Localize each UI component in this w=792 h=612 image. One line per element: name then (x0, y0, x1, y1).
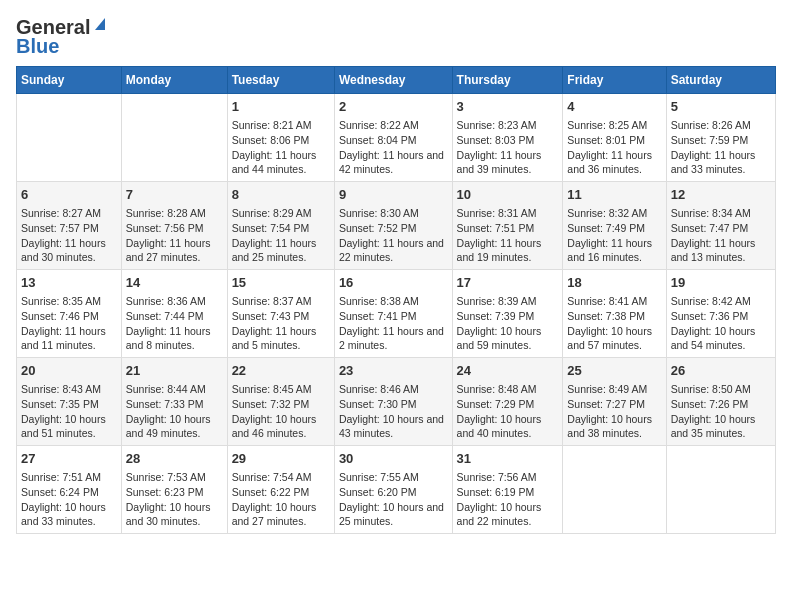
weekday-wednesday: Wednesday (334, 67, 452, 94)
weekday-sunday: Sunday (17, 67, 122, 94)
day-info: Sunrise: 8:38 AM Sunset: 7:41 PM Dayligh… (339, 294, 448, 353)
calendar-cell: 7Sunrise: 8:28 AM Sunset: 7:56 PM Daylig… (121, 182, 227, 270)
svg-marker-0 (95, 18, 105, 30)
calendar-cell: 19Sunrise: 8:42 AM Sunset: 7:36 PM Dayli… (666, 270, 775, 358)
day-number: 22 (232, 362, 330, 380)
day-info: Sunrise: 8:23 AM Sunset: 8:03 PM Dayligh… (457, 118, 559, 177)
weekday-friday: Friday (563, 67, 666, 94)
calendar-cell: 8Sunrise: 8:29 AM Sunset: 7:54 PM Daylig… (227, 182, 334, 270)
weekday-saturday: Saturday (666, 67, 775, 94)
logo-icon (91, 16, 109, 34)
day-info: Sunrise: 8:34 AM Sunset: 7:47 PM Dayligh… (671, 206, 771, 265)
day-number: 7 (126, 186, 223, 204)
calendar-cell: 3Sunrise: 8:23 AM Sunset: 8:03 PM Daylig… (452, 94, 563, 182)
calendar-cell (666, 446, 775, 534)
calendar-cell: 13Sunrise: 8:35 AM Sunset: 7:46 PM Dayli… (17, 270, 122, 358)
day-number: 10 (457, 186, 559, 204)
day-info: Sunrise: 8:28 AM Sunset: 7:56 PM Dayligh… (126, 206, 223, 265)
day-info: Sunrise: 7:55 AM Sunset: 6:20 PM Dayligh… (339, 470, 448, 529)
day-number: 12 (671, 186, 771, 204)
day-number: 16 (339, 274, 448, 292)
calendar-cell: 17Sunrise: 8:39 AM Sunset: 7:39 PM Dayli… (452, 270, 563, 358)
logo-blue: Blue (16, 35, 59, 58)
calendar-cell: 20Sunrise: 8:43 AM Sunset: 7:35 PM Dayli… (17, 358, 122, 446)
calendar-cell (563, 446, 666, 534)
calendar-cell: 2Sunrise: 8:22 AM Sunset: 8:04 PM Daylig… (334, 94, 452, 182)
calendar-week-1: 1Sunrise: 8:21 AM Sunset: 8:06 PM Daylig… (17, 94, 776, 182)
day-number: 20 (21, 362, 117, 380)
calendar-cell: 24Sunrise: 8:48 AM Sunset: 7:29 PM Dayli… (452, 358, 563, 446)
day-info: Sunrise: 8:30 AM Sunset: 7:52 PM Dayligh… (339, 206, 448, 265)
calendar-cell: 30Sunrise: 7:55 AM Sunset: 6:20 PM Dayli… (334, 446, 452, 534)
weekday-tuesday: Tuesday (227, 67, 334, 94)
calendar-cell: 1Sunrise: 8:21 AM Sunset: 8:06 PM Daylig… (227, 94, 334, 182)
day-number: 14 (126, 274, 223, 292)
day-number: 29 (232, 450, 330, 468)
calendar-week-3: 13Sunrise: 8:35 AM Sunset: 7:46 PM Dayli… (17, 270, 776, 358)
day-info: Sunrise: 8:36 AM Sunset: 7:44 PM Dayligh… (126, 294, 223, 353)
day-info: Sunrise: 8:43 AM Sunset: 7:35 PM Dayligh… (21, 382, 117, 441)
day-number: 2 (339, 98, 448, 116)
day-info: Sunrise: 8:46 AM Sunset: 7:30 PM Dayligh… (339, 382, 448, 441)
day-number: 9 (339, 186, 448, 204)
day-number: 4 (567, 98, 661, 116)
day-number: 8 (232, 186, 330, 204)
day-number: 17 (457, 274, 559, 292)
day-info: Sunrise: 8:50 AM Sunset: 7:26 PM Dayligh… (671, 382, 771, 441)
calendar-cell (17, 94, 122, 182)
day-info: Sunrise: 8:39 AM Sunset: 7:39 PM Dayligh… (457, 294, 559, 353)
calendar-week-4: 20Sunrise: 8:43 AM Sunset: 7:35 PM Dayli… (17, 358, 776, 446)
day-number: 31 (457, 450, 559, 468)
day-info: Sunrise: 8:41 AM Sunset: 7:38 PM Dayligh… (567, 294, 661, 353)
day-number: 26 (671, 362, 771, 380)
calendar-cell: 18Sunrise: 8:41 AM Sunset: 7:38 PM Dayli… (563, 270, 666, 358)
day-number: 6 (21, 186, 117, 204)
calendar-cell: 23Sunrise: 8:46 AM Sunset: 7:30 PM Dayli… (334, 358, 452, 446)
calendar-table: SundayMondayTuesdayWednesdayThursdayFrid… (16, 66, 776, 534)
day-number: 24 (457, 362, 559, 380)
calendar-cell: 5Sunrise: 8:26 AM Sunset: 7:59 PM Daylig… (666, 94, 775, 182)
day-number: 3 (457, 98, 559, 116)
day-number: 19 (671, 274, 771, 292)
day-info: Sunrise: 8:31 AM Sunset: 7:51 PM Dayligh… (457, 206, 559, 265)
day-number: 21 (126, 362, 223, 380)
calendar-cell: 29Sunrise: 7:54 AM Sunset: 6:22 PM Dayli… (227, 446, 334, 534)
calendar-cell: 21Sunrise: 8:44 AM Sunset: 7:33 PM Dayli… (121, 358, 227, 446)
day-info: Sunrise: 8:35 AM Sunset: 7:46 PM Dayligh… (21, 294, 117, 353)
day-info: Sunrise: 8:49 AM Sunset: 7:27 PM Dayligh… (567, 382, 661, 441)
calendar-cell: 4Sunrise: 8:25 AM Sunset: 8:01 PM Daylig… (563, 94, 666, 182)
weekday-thursday: Thursday (452, 67, 563, 94)
day-info: Sunrise: 8:37 AM Sunset: 7:43 PM Dayligh… (232, 294, 330, 353)
calendar-cell: 9Sunrise: 8:30 AM Sunset: 7:52 PM Daylig… (334, 182, 452, 270)
day-number: 23 (339, 362, 448, 380)
logo: General Blue (16, 16, 109, 58)
day-number: 1 (232, 98, 330, 116)
calendar-cell: 22Sunrise: 8:45 AM Sunset: 7:32 PM Dayli… (227, 358, 334, 446)
day-info: Sunrise: 8:21 AM Sunset: 8:06 PM Dayligh… (232, 118, 330, 177)
day-info: Sunrise: 8:22 AM Sunset: 8:04 PM Dayligh… (339, 118, 448, 177)
day-info: Sunrise: 8:44 AM Sunset: 7:33 PM Dayligh… (126, 382, 223, 441)
calendar-cell: 14Sunrise: 8:36 AM Sunset: 7:44 PM Dayli… (121, 270, 227, 358)
calendar-week-2: 6Sunrise: 8:27 AM Sunset: 7:57 PM Daylig… (17, 182, 776, 270)
day-info: Sunrise: 8:48 AM Sunset: 7:29 PM Dayligh… (457, 382, 559, 441)
weekday-monday: Monday (121, 67, 227, 94)
day-number: 28 (126, 450, 223, 468)
calendar-cell: 25Sunrise: 8:49 AM Sunset: 7:27 PM Dayli… (563, 358, 666, 446)
calendar-cell: 10Sunrise: 8:31 AM Sunset: 7:51 PM Dayli… (452, 182, 563, 270)
calendar-cell (121, 94, 227, 182)
day-info: Sunrise: 8:29 AM Sunset: 7:54 PM Dayligh… (232, 206, 330, 265)
calendar-cell: 31Sunrise: 7:56 AM Sunset: 6:19 PM Dayli… (452, 446, 563, 534)
day-number: 15 (232, 274, 330, 292)
day-number: 25 (567, 362, 661, 380)
calendar-cell: 26Sunrise: 8:50 AM Sunset: 7:26 PM Dayli… (666, 358, 775, 446)
weekday-header-row: SundayMondayTuesdayWednesdayThursdayFrid… (17, 67, 776, 94)
day-number: 27 (21, 450, 117, 468)
day-number: 11 (567, 186, 661, 204)
day-info: Sunrise: 8:32 AM Sunset: 7:49 PM Dayligh… (567, 206, 661, 265)
calendar-cell: 11Sunrise: 8:32 AM Sunset: 7:49 PM Dayli… (563, 182, 666, 270)
calendar-cell: 16Sunrise: 8:38 AM Sunset: 7:41 PM Dayli… (334, 270, 452, 358)
calendar-cell: 27Sunrise: 7:51 AM Sunset: 6:24 PM Dayli… (17, 446, 122, 534)
day-info: Sunrise: 8:25 AM Sunset: 8:01 PM Dayligh… (567, 118, 661, 177)
page-header: General Blue (16, 16, 776, 58)
calendar-cell: 12Sunrise: 8:34 AM Sunset: 7:47 PM Dayli… (666, 182, 775, 270)
